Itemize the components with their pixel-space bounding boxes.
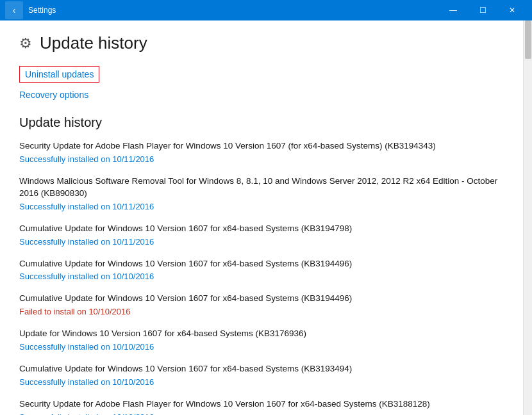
scrollbar-track[interactable] — [523, 20, 532, 415]
back-button[interactable]: ‹ — [5, 1, 23, 19]
update-name: Cumulative Update for Windows 10 Version… — [19, 293, 504, 305]
page-title: Update history — [40, 33, 147, 53]
update-status[interactable]: Successfully installed on 10/11/2016 — [19, 237, 504, 247]
update-status[interactable]: Successfully installed on 10/10/2016 — [19, 342, 504, 352]
update-item: Cumulative Update for Windows 10 Version… — [19, 363, 504, 387]
update-name: Cumulative Update for Windows 10 Version… — [19, 258, 504, 270]
update-item: Cumulative Update for Windows 10 Version… — [19, 258, 504, 282]
update-item: Cumulative Update for Windows 10 Version… — [19, 223, 504, 247]
minimize-button[interactable]: — — [438, 0, 468, 20]
title-bar-left: ‹ Settings — [5, 1, 56, 19]
update-status[interactable]: Successfully installed on 10/11/2016 — [19, 154, 504, 164]
update-item: Windows Malicious Software Removal Tool … — [19, 175, 504, 211]
update-list: Security Update for Adobe Flash Player f… — [19, 140, 504, 415]
update-name: Cumulative Update for Windows 10 Version… — [19, 363, 504, 375]
title-bar: ‹ Settings — ☐ ✕ — [0, 0, 532, 20]
update-name: Security Update for Adobe Flash Player f… — [19, 398, 504, 411]
update-status[interactable]: Successfully installed on 10/11/2016 — [19, 202, 504, 211]
update-status[interactable]: Successfully installed on 10/10/2016 — [19, 272, 504, 281]
update-name: Windows Malicious Software Removal Tool … — [19, 175, 504, 200]
update-status[interactable]: Failed to install on 10/10/2016 — [19, 307, 504, 316]
update-name: Security Update for Adobe Flash Player f… — [19, 140, 504, 152]
update-status[interactable]: Successfully installed on 10/10/2016 — [19, 412, 504, 415]
update-name: Update for Windows 10 Version 1607 for x… — [19, 328, 504, 340]
title-bar-controls: — ☐ ✕ — [438, 0, 527, 20]
update-name: Cumulative Update for Windows 10 Version… — [19, 223, 504, 235]
update-item: Security Update for Adobe Flash Player f… — [19, 140, 504, 164]
title-bar-title: Settings — [28, 6, 56, 15]
update-item: Cumulative Update for Windows 10 Version… — [19, 293, 504, 316]
gear-icon: ⚙ — [19, 35, 32, 52]
update-item: Security Update for Adobe Flash Player f… — [19, 398, 504, 415]
scrollbar-thumb[interactable] — [525, 20, 531, 59]
main-area: ⚙ Update history Uninstall updates Recov… — [0, 20, 532, 415]
page-header: ⚙ Update history — [19, 33, 504, 53]
update-item: Update for Windows 10 Version 1607 for x… — [19, 328, 504, 352]
close-button[interactable]: ✕ — [497, 0, 527, 20]
update-status[interactable]: Successfully installed on 10/10/2016 — [19, 377, 504, 387]
maximize-button[interactable]: ☐ — [468, 0, 497, 20]
section-title: Update history — [19, 115, 504, 130]
recovery-options-link[interactable]: Recovery options — [19, 90, 88, 100]
content-area: ⚙ Update history Uninstall updates Recov… — [0, 20, 523, 415]
uninstall-updates-link[interactable]: Uninstall updates — [19, 66, 99, 83]
